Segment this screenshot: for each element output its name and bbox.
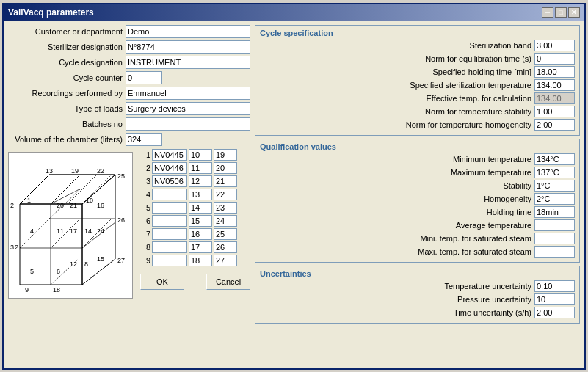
row-number: 5 bbox=[140, 203, 150, 212]
sterilizer-input[interactable] bbox=[126, 40, 250, 54]
row-col1-input[interactable] bbox=[152, 175, 187, 187]
max-temp-input[interactable] bbox=[534, 167, 575, 178]
cube-n11: 11 bbox=[57, 227, 64, 235]
svg-line-10 bbox=[20, 175, 49, 204]
qualification-section: Qualification values Minimum temperature… bbox=[255, 139, 580, 263]
minimize-button[interactable]: ─ bbox=[542, 7, 553, 18]
max-temp-row: Maximum temperature bbox=[260, 167, 575, 178]
row-col1-input[interactable] bbox=[152, 149, 187, 161]
row-col2-input[interactable] bbox=[189, 241, 212, 253]
row-col2-input[interactable] bbox=[189, 189, 212, 200]
table-row: 5 bbox=[140, 202, 250, 214]
recordings-input[interactable] bbox=[126, 87, 250, 100]
homogeneity-label: Homogeneity bbox=[260, 194, 534, 203]
specified-temp-input[interactable] bbox=[534, 79, 575, 91]
row-col2-input[interactable] bbox=[189, 162, 212, 174]
main-window: ValiVacq parameters ─ □ ✕ Customer or de… bbox=[2, 3, 586, 370]
table-row: 1 bbox=[140, 149, 250, 161]
cube-label-3: 3 bbox=[10, 244, 14, 251]
volume-row: Volume of the chamber (liters) bbox=[8, 133, 250, 146]
holding-time-input[interactable] bbox=[534, 206, 575, 218]
row-col2-input[interactable] bbox=[189, 215, 212, 227]
cube-label-26: 26 bbox=[117, 216, 125, 224]
volume-input[interactable] bbox=[126, 133, 162, 146]
norm-stability-input[interactable] bbox=[534, 106, 575, 117]
batches-label: Batches no bbox=[8, 120, 126, 128]
row-col2-input[interactable] bbox=[189, 202, 212, 214]
norm-equilibration-input[interactable] bbox=[534, 53, 575, 65]
norm-homogeneity-label: Norm for temperature homogeneity bbox=[260, 120, 534, 129]
min-temp-input[interactable] bbox=[534, 153, 575, 165]
svg-line-18 bbox=[51, 175, 80, 204]
row-col3-input[interactable] bbox=[214, 162, 237, 174]
sterilization-band-input[interactable] bbox=[534, 40, 575, 51]
mini-saturated-input[interactable] bbox=[534, 233, 575, 244]
row-col3-input[interactable] bbox=[214, 228, 237, 240]
specified-temp-label: Specified sterilization temperature bbox=[260, 81, 534, 90]
maxi-saturated-row: Maxi. temp. for saturated steam bbox=[260, 246, 575, 258]
holding-time-row: Holding time bbox=[260, 206, 575, 218]
right-panel: Cycle specification Sterilization band N… bbox=[255, 25, 580, 364]
pressure-uncertainty-label: Pressure uncertainty bbox=[260, 295, 534, 304]
time-uncertainty-input[interactable] bbox=[534, 307, 575, 318]
svg-line-8 bbox=[82, 222, 115, 248]
row-col3-input[interactable] bbox=[214, 215, 237, 227]
ok-button[interactable]: OK bbox=[140, 274, 184, 290]
row-col1-input[interactable] bbox=[152, 215, 187, 227]
maxi-saturated-input[interactable] bbox=[534, 246, 575, 258]
pressure-uncertainty-input[interactable] bbox=[534, 293, 575, 305]
cube-n8: 8 bbox=[84, 260, 88, 268]
avg-temp-input[interactable] bbox=[534, 219, 575, 231]
type-loads-input[interactable] bbox=[126, 102, 250, 115]
row-col2-input[interactable] bbox=[189, 175, 212, 187]
row-col3-input[interactable] bbox=[214, 202, 237, 214]
sterilization-band-row: Sterilization band bbox=[260, 40, 575, 51]
table-row: 3 bbox=[140, 175, 250, 187]
svg-marker-0 bbox=[20, 204, 82, 285]
temp-uncertainty-input[interactable] bbox=[534, 280, 575, 292]
customer-label: Customer or department bbox=[8, 27, 126, 36]
mini-saturated-row: Mini. temp. for saturated steam bbox=[260, 233, 575, 244]
row-col2-input[interactable] bbox=[189, 255, 212, 266]
homogeneity-input[interactable] bbox=[534, 193, 575, 205]
row-col3-input[interactable] bbox=[214, 241, 237, 253]
row-col2-input[interactable] bbox=[189, 149, 212, 161]
cube-label-2b: 2 bbox=[15, 244, 18, 251]
row-col1-input[interactable] bbox=[152, 255, 187, 266]
cube-n4: 4 bbox=[30, 227, 34, 235]
cube-n15: 15 bbox=[97, 255, 104, 263]
row-col1-input[interactable] bbox=[152, 162, 187, 174]
row-col1-input[interactable] bbox=[152, 189, 187, 200]
row-col1-input[interactable] bbox=[152, 228, 187, 240]
batches-input[interactable] bbox=[126, 117, 250, 131]
maximize-button[interactable]: □ bbox=[555, 7, 567, 18]
pressure-uncertainty-row: Pressure uncertainty bbox=[260, 293, 575, 305]
row-col1-input[interactable] bbox=[152, 202, 187, 214]
avg-temp-label: Average temperature bbox=[260, 221, 534, 230]
stability-input[interactable] bbox=[534, 180, 575, 192]
specified-holding-input[interactable] bbox=[534, 66, 575, 78]
row-col3-input[interactable] bbox=[214, 255, 237, 266]
cube-n16: 16 bbox=[97, 202, 104, 209]
close-button[interactable]: ✕ bbox=[568, 7, 580, 18]
cancel-button[interactable]: Cancel bbox=[206, 274, 250, 290]
row-col2-input[interactable] bbox=[189, 228, 212, 240]
sterilization-band-label: Sterilization band bbox=[260, 41, 534, 50]
row-col1-input[interactable] bbox=[152, 241, 187, 253]
cycle-designation-input[interactable] bbox=[126, 56, 250, 69]
cycle-counter-input[interactable] bbox=[126, 71, 162, 84]
customer-input[interactable] bbox=[126, 25, 250, 38]
cube-label-25: 25 bbox=[117, 172, 125, 180]
table-row: 6 bbox=[140, 215, 250, 227]
norm-homogeneity-input[interactable] bbox=[534, 119, 575, 131]
mini-saturated-label: Mini. temp. for saturated steam bbox=[260, 234, 534, 243]
row-col3-input[interactable] bbox=[214, 149, 237, 161]
maxi-saturated-label: Maxi. temp. for saturated steam bbox=[260, 247, 534, 256]
type-loads-row: Type of loads bbox=[8, 102, 250, 115]
row-col3-input[interactable] bbox=[214, 189, 237, 200]
content-area: Customer or department Sterilizer design… bbox=[4, 21, 584, 368]
volume-label: Volume of the chamber (liters) bbox=[8, 135, 126, 144]
row-col3-input[interactable] bbox=[214, 175, 237, 187]
cube-label-front-tr: 10 bbox=[86, 197, 93, 204]
svg-marker-1 bbox=[20, 175, 115, 204]
